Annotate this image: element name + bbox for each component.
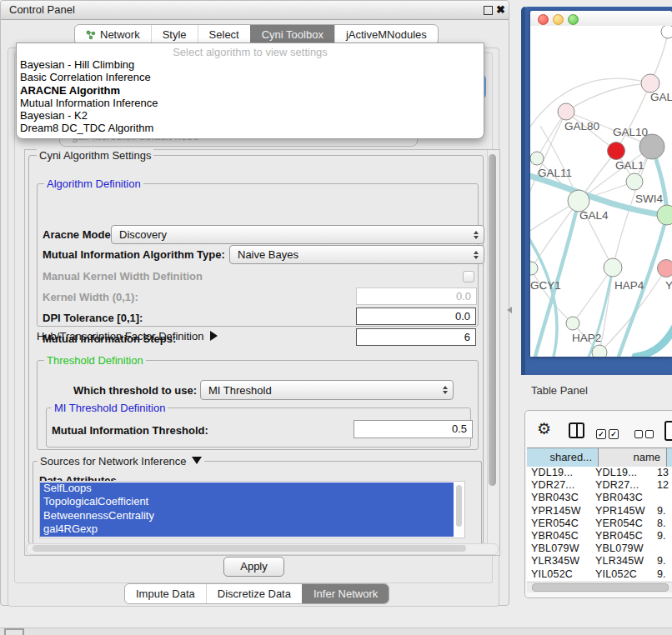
deselect-all-icon[interactable]	[634, 428, 656, 441]
dropdown-item[interactable]: Bayesian - K2	[17, 109, 484, 122]
node-gal1[interactable]	[626, 173, 643, 190]
table-row[interactable]: YIL052CYIL052C9.	[527, 568, 672, 581]
dropdown-item-highlighted[interactable]: ARACNE Algorithm	[17, 84, 484, 97]
minimized-panel-icon[interactable]	[4, 628, 24, 635]
hub-definition-toggle[interactable]: Hub/Transcription Factor Definition	[37, 330, 218, 342]
table-row[interactable]: YBR043CYBR043C	[527, 492, 672, 504]
node-label: GAL10	[613, 126, 648, 138]
table-row[interactable]: YLR345WYLR345W9.	[527, 555, 672, 568]
zoom-traffic-light-icon[interactable]	[568, 14, 579, 25]
data-attributes-list[interactable]: SelfLoops TopologicalCoefficient Between…	[39, 481, 465, 538]
export-table-icon[interactable]	[664, 421, 672, 441]
tab-jactivemnodules[interactable]: jActiveMNodules	[334, 25, 438, 44]
settings-hscroll-thumb[interactable]	[33, 545, 466, 552]
close-icon[interactable]: ✖	[496, 3, 505, 16]
table-body[interactable]: YDL19...YDL19...13 YDR27...YDR27...12 YB…	[527, 467, 672, 581]
node-gal80[interactable]	[558, 103, 574, 120]
dropdown-prompt: Select algorithm to view settings	[17, 43, 484, 58]
settings-vscroll-thumb[interactable]	[489, 154, 496, 486]
mi-threshold-input[interactable]: 0.5	[354, 420, 473, 438]
node-gcy1[interactable]	[530, 262, 538, 275]
mi-type-value: Naive Bayes	[238, 248, 298, 261]
manual-kernel-label: Manual Kernel Width Definition	[43, 270, 203, 282]
which-threshold-combobox[interactable]: MI Threshold	[200, 380, 454, 400]
column-header-partial[interactable]	[667, 448, 672, 467]
tab-network[interactable]: Network	[75, 25, 151, 44]
network-window-titlebar[interactable]	[530, 11, 672, 27]
node-label: GAL80	[564, 120, 599, 132]
tab-impute-data[interactable]: Impute Data	[125, 584, 206, 603]
node-swi4-green[interactable]	[657, 205, 672, 225]
tab-style[interactable]: Style	[151, 25, 198, 44]
mi-steps-input[interactable]: 6	[356, 328, 476, 346]
tab-select[interactable]: Select	[198, 25, 250, 44]
control-panel-titlebar[interactable]: Control Panel ✖	[1, 1, 509, 20]
table-row[interactable]: YDR27...YDR27...12	[527, 479, 672, 492]
dropdown-item[interactable]: Dream8 DC_TDC Algorithm	[17, 122, 484, 134]
table-row[interactable]: YPR145WYPR145W9.	[527, 505, 672, 518]
mi-type-combobox[interactable]: Naive Bayes	[229, 245, 484, 264]
table-panel-title: Table Panel	[531, 382, 664, 399]
mi-threshold-label: Mutual Information Threshold:	[52, 424, 208, 437]
attribute-item[interactable]: SelfLoops	[40, 482, 464, 495]
select-all-icon[interactable]: ✓✓	[596, 427, 621, 439]
spinner-arrows-icon	[443, 386, 448, 394]
dropdown-item[interactable]: Mutual Information Inference	[17, 97, 484, 109]
network-graph: GAL GAL80 GAL10 GAL11 GAL1 SWI4 GAL4 GCY…	[530, 26, 672, 357]
aracne-mode-combobox[interactable]: Discovery	[111, 225, 484, 244]
node-hap2[interactable]	[566, 317, 579, 330]
table-row[interactable]: YBL079WYBL079W	[527, 542, 672, 555]
tab-cyni-toolbox[interactable]: Cyni Toolbox	[250, 25, 334, 44]
gear-icon[interactable]: ⚙	[537, 420, 551, 438]
which-threshold-label: Which threshold to use:	[73, 384, 197, 397]
node-hap4[interactable]	[604, 258, 622, 277]
kernel-width-input[interactable]: 0.0	[356, 288, 477, 305]
node-partial-top[interactable]	[661, 26, 672, 38]
node-label: GAL4	[579, 209, 609, 222]
dropdown-item[interactable]: Bayesian - Hill Climbing	[17, 58, 484, 71]
attribute-item[interactable]: TopologicalCoefficient	[40, 495, 464, 508]
minimize-traffic-light-icon[interactable]	[553, 14, 564, 25]
node-label: GCY1	[530, 279, 561, 292]
network-canvas[interactable]: GAL GAL80 GAL10 GAL11 GAL1 SWI4 GAL4 GCY…	[530, 26, 672, 357]
spinner-arrows-icon	[474, 231, 479, 239]
network-view-window[interactable]: GAL GAL80 GAL10 GAL11 GAL1 SWI4 GAL4 GCY…	[530, 11, 672, 357]
group-legend: Algorithm Definition	[44, 178, 143, 190]
node-gal-pink[interactable]	[641, 74, 659, 92]
attributes-vscroll-thumb[interactable]	[456, 485, 462, 527]
manual-kernel-checkbox[interactable]	[463, 271, 474, 282]
node-label: GAL11	[538, 167, 572, 179]
apply-button[interactable]: Apply	[223, 557, 284, 577]
table-row[interactable]: YER054CYER054C8.	[527, 518, 672, 530]
node-gal10-red[interactable]	[608, 142, 625, 160]
float-window-icon[interactable]	[484, 6, 493, 15]
node-salmon[interactable]	[658, 260, 672, 278]
dropdown-item[interactable]: Basic Correlation Inference	[17, 71, 484, 83]
close-traffic-light-icon[interactable]	[538, 14, 549, 25]
expanded-arrow-icon	[192, 457, 202, 464]
show-columns-icon[interactable]	[569, 422, 584, 438]
table-row[interactable]: YBR045CYBR045C9.	[527, 530, 672, 542]
tab-discretize-data[interactable]: Discretize Data	[206, 584, 302, 603]
node-label: HAP2	[572, 332, 601, 344]
node-label: GAL1	[615, 159, 644, 172]
node-partial-bottom[interactable]	[592, 345, 607, 357]
tab-infer-network[interactable]: Infer Network	[302, 584, 389, 603]
column-header-shared-name[interactable]: shared...	[527, 448, 599, 467]
group-legend: Threshold Definition	[44, 354, 146, 367]
attribute-item[interactable]: BetweennessCentrality	[40, 509, 464, 522]
node-label: HAP4	[614, 279, 644, 292]
attribute-item[interactable]: gal4RGexp	[40, 522, 464, 536]
sources-toggle[interactable]: Sources for Network Inference	[38, 455, 204, 468]
node-label: Y	[665, 279, 672, 292]
node-gal11[interactable]	[530, 152, 544, 165]
table-hscroll-thumb[interactable]	[532, 583, 669, 592]
dpi-tolerance-label: DPI Tolerance [0,1]:	[43, 312, 143, 324]
attributes-vscrollbar[interactable]	[454, 482, 464, 536]
collapsed-arrow-icon	[210, 331, 218, 341]
column-header-name[interactable]: name	[599, 448, 667, 467]
aracne-mode-value: Discovery	[119, 228, 167, 241]
table-row[interactable]: YDL19...YDL19...13	[527, 467, 672, 479]
dpi-tolerance-input[interactable]: 0.0	[356, 308, 476, 325]
splitter-handle-icon[interactable]	[507, 307, 512, 313]
